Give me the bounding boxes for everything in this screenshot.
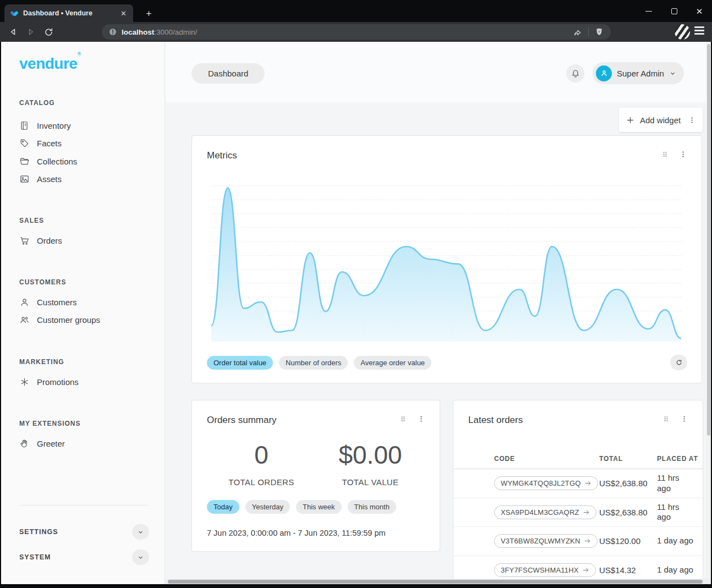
kebab-menu-icon[interactable] [680, 415, 688, 423]
metrics-title: Metrics [207, 150, 237, 161]
sidebar-item-collections[interactable]: Collections [1, 153, 165, 169]
sidebar-item-promotions[interactable]: Promotions [1, 373, 165, 390]
section-label-customers: CUSTOMERS [19, 278, 66, 286]
table-row: XSA9PD4LM3CGAQRZ US$2,638.80 11 hrs ago [453, 498, 703, 527]
vertical-scrollbar[interactable] [706, 42, 711, 584]
user-name: Super Admin [617, 69, 664, 78]
sidebar-item-inventory[interactable]: Inventory [1, 117, 165, 134]
order-code-link[interactable]: WYMGK4TQQ8JL2TGQ [494, 476, 598, 490]
kebab-menu-icon[interactable] [679, 150, 687, 158]
column-header-code: CODE [494, 455, 599, 463]
order-total: US$2,638.80 [599, 479, 657, 488]
sidebar-item-facets[interactable]: Facets [1, 135, 165, 151]
section-label-marketing: MARKETING [19, 358, 64, 366]
minimize-button[interactable] [636, 0, 661, 22]
chip-number-of-orders[interactable]: Number of orders [279, 356, 348, 370]
sidebar-item-greeter[interactable]: Greeter [1, 435, 165, 452]
arrow-right-icon [584, 537, 591, 545]
refresh-button[interactable] [670, 355, 687, 370]
add-widget-menu-icon[interactable] [688, 116, 696, 124]
orders-summary-title: Orders summary [207, 415, 277, 426]
metrics-widget: Metrics [191, 135, 702, 383]
browser-menu-icon[interactable] [694, 26, 704, 35]
chip-average-order-value[interactable]: Average order value [354, 356, 431, 370]
section-label-sales: SALES [19, 217, 44, 224]
notifications-button[interactable] [566, 64, 584, 83]
new-tab-button[interactable] [142, 7, 155, 20]
brave-shield-icon[interactable] [594, 27, 604, 37]
chip-order-total-value[interactable]: Order total value [207, 356, 273, 370]
orders-summary-widget: Orders summary 0 TOTAL ORDERS $0.0 [191, 400, 440, 552]
total-orders-label: TOTAL ORDERS [207, 477, 316, 487]
column-header-total: TOTAL [599, 455, 657, 463]
horizontal-scrollbar-thumb[interactable] [168, 580, 703, 584]
total-value-label: TOTAL VALUE [316, 477, 425, 487]
chip-this-month[interactable]: This month [348, 500, 396, 514]
horizontal-scrollbar[interactable] [165, 579, 711, 584]
latest-orders-title: Latest orders [468, 415, 523, 426]
vertical-scrollbar-thumb[interactable] [707, 44, 710, 436]
chip-today[interactable]: Today [207, 500, 239, 514]
column-header-placed-at: PLACED AT [657, 455, 703, 463]
latest-orders-header-row: CODE TOTAL PLACED AT [453, 449, 703, 469]
drag-handle-icon[interactable] [661, 150, 669, 158]
user-avatar [596, 65, 612, 81]
order-code-link[interactable]: XSA9PD4LM3CGAQRZ [494, 505, 596, 519]
order-code-link[interactable]: 3FY7FSCWSHMA11HX [494, 563, 596, 577]
order-code-link[interactable]: V3T6BW8ZQLWMYZKN [494, 534, 598, 548]
site-info-icon[interactable] [108, 28, 117, 36]
vendure-admin-page: vendure® CATALOG Inventory Facets Collec… [1, 42, 711, 584]
total-orders-stat: 0 TOTAL ORDERS [207, 440, 316, 487]
total-value-value: $0.00 [316, 440, 425, 470]
browser-window: Dashboard • Vendure ✕ ✕ localhost:3000/a… [0, 0, 712, 588]
table-row: 3FY7FSCWSHMA11HX US$14.32 1 day ago [453, 556, 703, 579]
drag-handle-icon[interactable] [662, 415, 670, 423]
share-icon[interactable] [572, 27, 583, 37]
latest-orders-widget: Latest orders CODE TOTAL PLACED AT [453, 400, 703, 579]
sidebar-item-orders[interactable]: Orders [1, 232, 165, 249]
refresh-icon [675, 359, 683, 366]
sidebar-item-customers[interactable]: Customers [1, 294, 165, 310]
window-controls: ✕ [636, 0, 712, 22]
maximize-button[interactable] [661, 0, 687, 22]
order-placed-at: 11 hrs ago [657, 473, 703, 494]
chip-this-week[interactable]: This week [296, 500, 342, 514]
arrow-right-icon [583, 509, 590, 516]
latest-orders-rows: WYMGK4TQQ8JL2TGQ US$2,638.80 11 hrs ago … [453, 469, 703, 579]
plus-icon [626, 116, 635, 125]
metrics-chart [211, 183, 681, 342]
chip-yesterday[interactable]: Yesterday [245, 500, 290, 514]
breadcrumb[interactable]: Dashboard [191, 63, 265, 84]
browser-tab[interactable]: Dashboard • Vendure ✕ [4, 4, 133, 22]
tab-title: Dashboard • Vendure [23, 9, 115, 17]
browser-profile-avatar[interactable] [675, 24, 690, 40]
forward-button[interactable] [24, 25, 37, 39]
toolbar-separator [588, 28, 589, 36]
tab-close-icon[interactable]: ✕ [119, 9, 128, 18]
vendure-logo[interactable]: vendure® [19, 55, 81, 73]
order-placed-at: 1 day ago [657, 565, 703, 575]
sidebar-item-customer-groups[interactable]: Customer groups [1, 311, 165, 328]
kebab-menu-icon[interactable] [417, 415, 425, 423]
close-button[interactable]: ✕ [687, 0, 712, 22]
settings-expand-button[interactable] [132, 524, 149, 540]
total-value-stat: $0.00 TOTAL VALUE [316, 440, 425, 487]
sidebar-section-system[interactable]: SYSTEM [1, 549, 165, 565]
back-button[interactable] [7, 25, 20, 39]
arrow-right-icon [584, 480, 591, 487]
order-total: US$14.32 [599, 565, 657, 575]
system-expand-button[interactable] [132, 549, 149, 565]
sidebar-section-settings[interactable]: SETTINGS [1, 524, 165, 540]
section-label-my-extensions: MY EXTENSIONS [19, 420, 80, 427]
reload-button[interactable] [42, 25, 55, 39]
drag-handle-icon[interactable] [399, 415, 407, 423]
sidebar-divider [19, 505, 147, 505]
user-menu[interactable]: Super Admin [593, 62, 684, 84]
order-total: US$120.00 [599, 536, 657, 546]
address-bar[interactable]: localhost:3000/admin/ [102, 24, 611, 40]
browser-tab-bar: Dashboard • Vendure ✕ ✕ [0, 0, 712, 22]
vendure-favicon-icon [10, 9, 19, 18]
add-widget-button[interactable]: Add widget [619, 108, 703, 132]
sidebar-item-assets[interactable]: Assets [1, 171, 165, 187]
order-placed-at: 1 day ago [657, 536, 703, 546]
